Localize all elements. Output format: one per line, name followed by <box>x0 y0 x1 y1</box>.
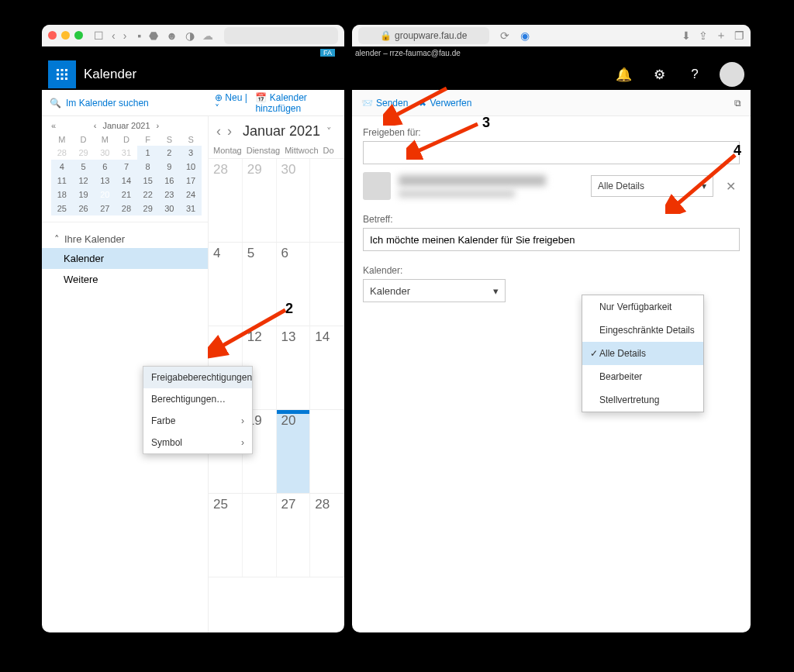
popout-icon[interactable]: ⧉ <box>731 98 744 109</box>
notifications-icon[interactable]: 🔔 <box>609 60 637 88</box>
ctx-permissions[interactable]: Berechtigungen… <box>143 388 252 410</box>
mini-day[interactable]: 19 <box>73 188 95 202</box>
new-tab-icon[interactable]: ＋ <box>716 29 727 43</box>
calendar-cell[interactable]: 30 <box>277 159 311 242</box>
mini-day[interactable]: 28 <box>51 146 73 160</box>
avatar[interactable] <box>720 62 744 87</box>
sidebar-icon[interactable]: ☐ <box>94 29 104 42</box>
mini-day[interactable]: 27 <box>94 202 116 215</box>
new-button[interactable]: ⊕ Neu | ˅ <box>215 92 247 114</box>
ext-icon-2[interactable]: ⬣ <box>149 29 158 42</box>
mini-prev-month[interactable]: ‹ <box>94 121 97 130</box>
mini-day[interactable]: 29 <box>73 146 95 160</box>
mini-day[interactable]: 5 <box>73 160 95 174</box>
nav-back-icon[interactable]: ‹ <box>112 29 116 42</box>
mini-day[interactable]: 15 <box>137 174 159 188</box>
mini-day[interactable]: 25 <box>51 202 73 215</box>
cal-prev[interactable]: ‹ <box>216 123 221 140</box>
calendar-cell[interactable]: 29 <box>243 159 277 242</box>
tree-item-weitere[interactable]: Weitere <box>42 269 208 290</box>
mini-day[interactable]: 20 <box>94 188 116 202</box>
mini-day[interactable]: 11 <box>51 174 73 188</box>
mini-day[interactable]: 30 <box>159 202 181 215</box>
calendar-cell[interactable]: 20 <box>277 410 311 493</box>
chevron-down-icon[interactable]: ˅ <box>326 126 332 137</box>
close-window[interactable] <box>48 31 57 40</box>
mini-day[interactable]: 22 <box>137 188 159 202</box>
mini-day[interactable]: 10 <box>180 160 202 174</box>
mini-day[interactable]: 23 <box>159 188 181 202</box>
mini-day[interactable]: 29 <box>137 202 159 215</box>
mini-day[interactable]: 28 <box>116 202 137 215</box>
ctx-color[interactable]: Farbe› <box>143 410 252 432</box>
cal-month-label[interactable]: Januar 2021 <box>243 123 320 140</box>
window-controls[interactable] <box>48 31 83 40</box>
calendar-cell[interactable] <box>310 410 344 493</box>
calendar-cell[interactable]: 28 <box>310 494 344 577</box>
mini-day[interactable]: 2 <box>159 146 181 160</box>
help-icon[interactable]: ? <box>681 60 709 88</box>
mini-day[interactable]: 14 <box>116 174 137 188</box>
mini-day[interactable]: 4 <box>51 160 73 174</box>
mini-day[interactable]: 1 <box>137 146 159 160</box>
calendar-cell[interactable] <box>310 159 344 242</box>
ext-icon-3[interactable]: ☻ <box>166 29 178 42</box>
app-launcher-button[interactable] <box>48 60 76 88</box>
calendar-cell[interactable]: 14 <box>310 326 344 409</box>
perm-option-delegate[interactable]: Stellvertretung <box>582 388 703 412</box>
ctx-symbol[interactable]: Symbol› <box>143 432 252 453</box>
mini-next-month[interactable]: › <box>157 121 160 130</box>
maximize-window[interactable] <box>74 31 83 40</box>
mini-day[interactable]: 31 <box>180 202 202 215</box>
mini-day[interactable]: 26 <box>73 202 95 215</box>
mini-day[interactable]: 16 <box>159 174 181 188</box>
mini-day[interactable]: 7 <box>116 160 137 174</box>
minimize-window[interactable] <box>61 31 70 40</box>
mini-calendar-table[interactable]: MDMDFSS 28293031123456789101112131415161… <box>51 133 202 215</box>
ctx-share-permissions[interactable]: Freigabeberechtigungen <box>143 367 252 388</box>
calendar-cell[interactable]: 25 <box>209 494 243 577</box>
perm-option-limited[interactable]: Eingeschränkte Details <box>582 319 703 342</box>
tabs-icon[interactable]: ❐ <box>734 29 744 42</box>
download-icon[interactable]: ⬇ <box>682 29 691 42</box>
cal-next[interactable]: › <box>227 123 232 140</box>
mini-day[interactable]: 13 <box>94 174 116 188</box>
mini-day[interactable]: 31 <box>116 146 137 160</box>
perm-option-availability[interactable]: Nur Verfügbarkeit <box>582 295 703 319</box>
perm-option-full[interactable]: ✓Alle Details <box>582 342 703 365</box>
tab-strip-right[interactable]: alender – rrze-faumac@fau.de <box>352 47 751 59</box>
mini-day[interactable]: 6 <box>94 160 116 174</box>
cloud-icon[interactable]: ☁ <box>202 29 213 42</box>
mini-day[interactable]: 21 <box>116 188 137 202</box>
calendar-cell[interactable]: 27 <box>277 494 311 577</box>
tree-item-kalender[interactable]: Kalender <box>42 248 208 269</box>
nav-fwd-icon[interactable]: › <box>123 29 127 42</box>
mini-day[interactable]: 3 <box>180 146 202 160</box>
subject-input[interactable] <box>363 228 740 251</box>
tree-section-toggle[interactable]: ˄ Ihre Kalender <box>42 230 208 248</box>
mini-day[interactable]: 30 <box>94 146 116 160</box>
mini-day[interactable]: 18 <box>51 188 73 202</box>
mini-day[interactable]: 12 <box>73 174 95 188</box>
add-calendar-button[interactable]: 📅 Kalender hinzufügen <box>255 92 338 114</box>
shield-icon[interactable]: ◑ <box>185 29 195 42</box>
mini-day[interactable]: 17 <box>180 174 202 188</box>
ext-icon-1[interactable]: ▪ <box>137 29 141 42</box>
reload-icon[interactable]: ⟳ <box>500 29 509 42</box>
settings-icon[interactable]: ⚙ <box>645 60 673 88</box>
mini-calendar[interactable]: « ‹ Januar 2021 › MDMDFSS 28293031123456… <box>42 116 208 222</box>
perm-option-editor[interactable]: Bearbeiter <box>582 365 703 388</box>
mini-day[interactable]: 24 <box>180 188 202 202</box>
address-bar[interactable] <box>224 27 338 44</box>
calendar-cell[interactable]: 28 <box>209 159 243 242</box>
mini-day[interactable]: 9 <box>159 160 181 174</box>
share-icon[interactable]: ⇪ <box>699 29 708 42</box>
subject-label: Betreff: <box>363 214 740 225</box>
calendar-cell[interactable] <box>243 494 277 577</box>
mini-prev-year[interactable]: « <box>51 121 56 130</box>
calendar-select[interactable]: Kalender ▾ <box>363 279 506 302</box>
calendar-cell[interactable] <box>310 243 344 326</box>
onepassword-icon[interactable]: ◉ <box>520 29 530 42</box>
mini-day[interactable]: 8 <box>137 160 159 174</box>
address-bar[interactable]: 🔒 groupware.fau.de <box>358 27 489 44</box>
